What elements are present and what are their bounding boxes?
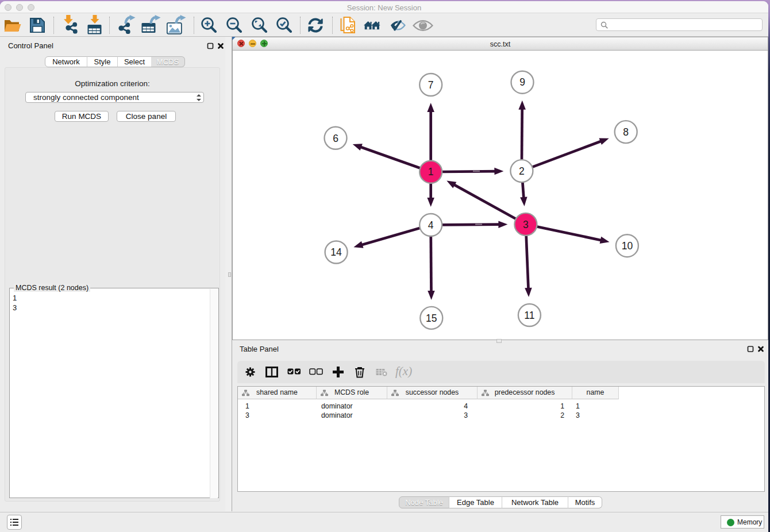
svg-text:4: 4 (428, 219, 434, 231)
svg-text:14: 14 (330, 246, 342, 258)
svg-text:3: 3 (523, 219, 529, 230)
svg-text:9: 9 (519, 76, 525, 88)
svg-text:1: 1 (428, 166, 434, 178)
svg-text:11: 11 (524, 310, 534, 321)
svg-text:10: 10 (622, 240, 633, 252)
svg-text:6: 6 (333, 133, 338, 144)
svg-text:15: 15 (426, 313, 437, 324)
svg-text:7: 7 (428, 79, 434, 91)
svg-text:8: 8 (623, 126, 629, 138)
svg-text:2: 2 (519, 165, 525, 177)
